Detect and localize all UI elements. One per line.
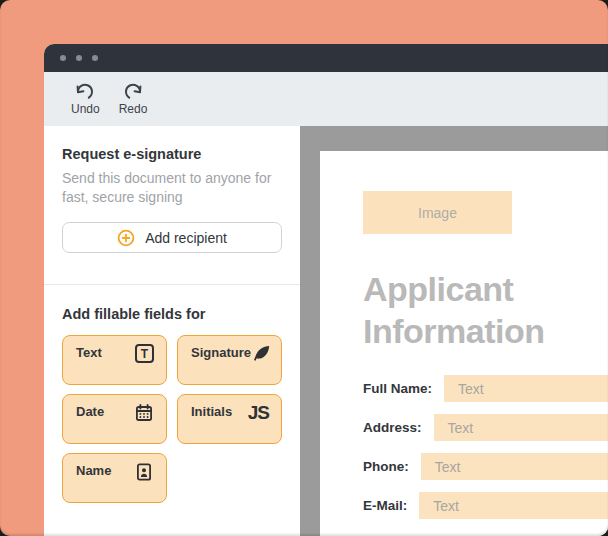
redo-label: Redo — [119, 102, 148, 116]
initials-preview: JS — [248, 403, 269, 422]
id-card-icon — [134, 462, 154, 485]
field-button-name[interactable]: Name — [62, 453, 167, 503]
field-button-signature[interactable]: Signature — [177, 335, 282, 385]
field-button-date[interactable]: Date — [62, 394, 167, 444]
document-title-line: Information — [363, 310, 608, 352]
window-titlebar — [44, 44, 608, 72]
document-canvas: Image Applicant Information Full Name: T… — [300, 126, 608, 536]
window-control-dot[interactable] — [76, 55, 82, 61]
undo-button[interactable]: Undo — [71, 82, 100, 116]
image-placeholder-label: Image — [418, 205, 457, 221]
full-name-input[interactable]: Text — [444, 375, 608, 402]
field-button-initials[interactable]: Initials JS — [177, 394, 282, 444]
input-placeholder: Text — [458, 381, 484, 397]
text-field-icon: T — [135, 344, 154, 363]
toolbar: Undo Redo — [44, 72, 608, 126]
document-title-line: Applicant — [363, 268, 608, 310]
redo-icon — [122, 82, 144, 102]
calendar-icon — [134, 403, 154, 426]
window-control-dot[interactable] — [60, 55, 66, 61]
field-button-label: Date — [76, 404, 104, 419]
form-row-full-name: Full Name: Text — [363, 375, 608, 402]
input-placeholder: Text — [435, 459, 461, 475]
sidebar: Request e-signature Send this document t… — [44, 126, 300, 536]
document-form: Full Name: Text Address: Text — [363, 375, 608, 519]
undo-icon — [74, 82, 96, 102]
input-placeholder: Text — [448, 420, 474, 436]
phone-input[interactable]: Text — [421, 453, 608, 480]
form-label: E-Mail: — [363, 498, 407, 513]
sidebar-description: Send this document to anyone for fast, s… — [62, 169, 282, 207]
undo-label: Undo — [71, 102, 100, 116]
address-input[interactable]: Text — [434, 414, 608, 441]
form-label: Full Name: — [363, 381, 432, 396]
fillable-field-grid: Text T Signature Date — [62, 335, 282, 503]
form-row-address: Address: Text — [363, 414, 608, 441]
editor-content: Request e-signature Send this document t… — [44, 126, 608, 536]
window-control-dot[interactable] — [92, 55, 98, 61]
field-button-text[interactable]: Text T — [62, 335, 167, 385]
plus-circle-icon — [117, 229, 135, 247]
add-recipient-label: Add recipient — [145, 230, 227, 246]
fillable-fields-heading: Add fillable fields for — [62, 306, 282, 322]
sidebar-title: Request e-signature — [62, 146, 282, 162]
feather-icon — [251, 344, 271, 367]
form-label: Address: — [363, 420, 422, 435]
email-input[interactable]: Text — [419, 492, 608, 519]
redo-button[interactable]: Redo — [119, 82, 148, 116]
promo-card: Undo Redo Request e-signature Send this … — [0, 0, 608, 536]
image-placeholder: Image — [363, 191, 512, 234]
field-button-label: Text — [76, 345, 102, 360]
sidebar-divider — [44, 284, 300, 285]
input-placeholder: Text — [433, 498, 459, 514]
add-recipient-button[interactable]: Add recipient — [62, 222, 282, 253]
editor-window: Undo Redo Request e-signature Send this … — [44, 44, 608, 536]
document-page: Image Applicant Information Full Name: T… — [320, 151, 608, 536]
form-row-phone: Phone: Text — [363, 453, 608, 480]
field-button-label: Initials — [191, 404, 232, 419]
form-row-email: E-Mail: Text — [363, 492, 608, 519]
document-title: Applicant Information — [363, 268, 608, 352]
form-label: Phone: — [363, 459, 409, 474]
field-button-label: Name — [76, 463, 111, 478]
field-button-label: Signature — [191, 345, 251, 360]
